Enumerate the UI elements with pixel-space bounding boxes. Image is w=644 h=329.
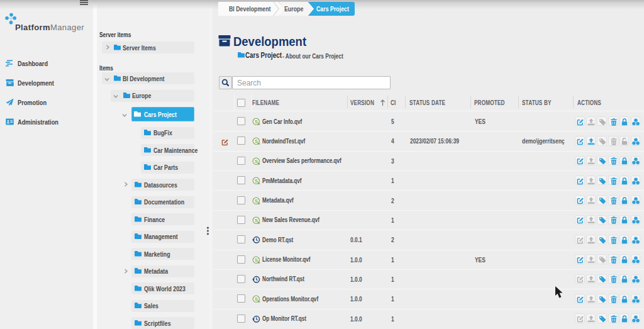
svg-text:S: S [255, 257, 258, 263]
svg-text:S: S [255, 198, 258, 204]
svg-text:S: S [255, 119, 258, 125]
svg-text:S: S [255, 139, 258, 145]
svg-text:S: S [255, 218, 258, 223]
svg-text:S: S [255, 178, 258, 184]
svg-text:S: S [255, 297, 258, 303]
svg-text:S: S [255, 159, 258, 164]
